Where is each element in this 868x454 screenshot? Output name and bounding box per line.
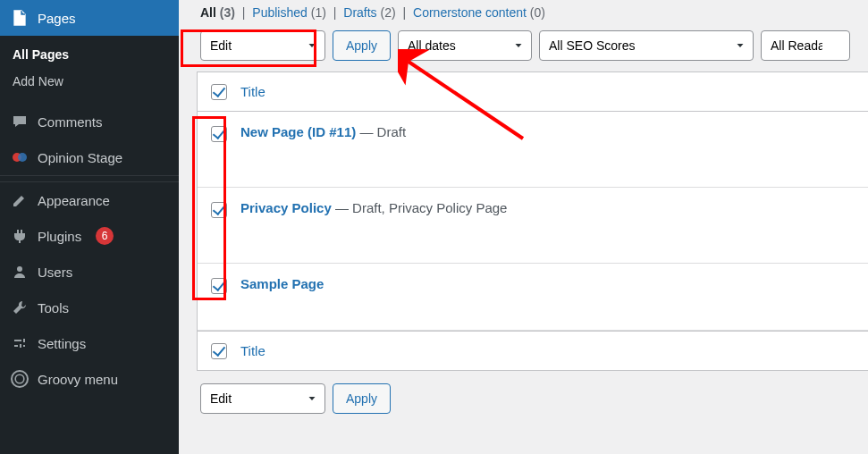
sidebar-label: Appearance (38, 193, 110, 208)
sidebar-subitem-add-new[interactable]: Add New (0, 68, 179, 95)
svg-point-1 (18, 153, 27, 162)
sidebar-item-pages[interactable]: Pages (0, 0, 179, 36)
tools-icon (11, 298, 29, 316)
sidebar-item-comments[interactable]: Comments (0, 104, 179, 139)
sidebar-item-appearance[interactable]: Appearance (0, 182, 179, 218)
settings-icon (11, 334, 29, 352)
date-filter-select[interactable]: All dates (398, 30, 532, 61)
filter-published[interactable]: Published (1) (252, 5, 326, 20)
sidebar-item-tools[interactable]: Tools (0, 290, 179, 325)
plugins-update-badge: 6 (96, 227, 114, 245)
sidebar-item-groovy-menu[interactable]: Groovy menu (0, 361, 179, 397)
sidebar-separator (0, 175, 179, 182)
tablenav-bottom: Edit Apply (197, 371, 868, 414)
column-title-sort-bottom[interactable]: Title (240, 343, 265, 358)
readability-select[interactable]: All Readal (761, 30, 850, 61)
svg-point-3 (15, 374, 24, 383)
page-icon (11, 9, 29, 27)
opinion-stage-icon (11, 148, 29, 166)
filter-cornerstone[interactable]: Cornerstone content (0) (413, 5, 545, 20)
select-all-checkbox-top[interactable] (211, 84, 227, 100)
table-row: New Page (ID #11) — Draft (198, 112, 868, 188)
row-checkbox[interactable] (211, 278, 227, 294)
table-footer: Title (198, 331, 868, 370)
svg-point-2 (17, 266, 22, 272)
sidebar-subitem-all-pages[interactable]: All Pages (0, 41, 179, 68)
row-title-link[interactable]: New Page (ID #11) (240, 124, 356, 139)
row-title-link[interactable]: Sample Page (240, 276, 324, 291)
table-row: Sample Page (198, 264, 868, 331)
filter-all[interactable]: All (3) (200, 5, 235, 20)
row-status: — Draft, Privacy Policy Page (332, 200, 508, 215)
bulk-action-select[interactable]: Edit (200, 30, 325, 61)
appearance-icon (11, 191, 29, 209)
tablenav-top: Edit Apply All dates All SEO Scores All … (197, 30, 868, 71)
sidebar-item-settings[interactable]: Settings (0, 325, 179, 361)
sidebar-label: Users (38, 265, 72, 280)
groovy-menu-icon (11, 370, 29, 388)
sidebar-item-users[interactable]: Users (0, 254, 179, 290)
column-title-sort[interactable]: Title (240, 84, 265, 99)
apply-button-top[interactable]: Apply (333, 30, 391, 61)
row-checkbox[interactable] (211, 126, 227, 142)
table-row: Privacy Policy — Draft, Privacy Policy P… (198, 188, 868, 264)
select-all-checkbox-bottom[interactable] (211, 343, 227, 359)
bulk-action-select-bottom[interactable]: Edit (200, 383, 325, 414)
row-checkbox[interactable] (211, 202, 227, 218)
row-title-link[interactable]: Privacy Policy (240, 200, 332, 215)
filter-drafts[interactable]: Drafts (2) (343, 5, 395, 20)
sidebar-label: Comments (38, 114, 103, 130)
sidebar-label: Pages (38, 11, 76, 26)
table-header: Title (198, 72, 868, 112)
pages-table: Title New Page (ID #11) — Draft Privacy … (197, 71, 868, 371)
seo-score-select[interactable]: All SEO Scores (539, 30, 754, 61)
users-icon (11, 263, 29, 281)
row-status: — Draft (356, 124, 406, 139)
sidebar-submenu-pages: All Pages Add New (0, 36, 179, 104)
sidebar-label: Opinion Stage (38, 150, 122, 165)
comments-icon (11, 113, 29, 130)
sidebar-item-opinion-stage[interactable]: Opinion Stage (0, 139, 179, 175)
main-content: All (3) | Published (1) | Drafts (2) | C… (179, 0, 868, 454)
sidebar-label: Groovy menu (38, 372, 118, 387)
sidebar-label: Tools (38, 300, 69, 315)
plugins-icon (11, 227, 29, 245)
admin-sidebar: Pages All Pages Add New Comments Opinion… (0, 0, 179, 454)
sidebar-label: Plugins (38, 229, 81, 244)
apply-button-bottom[interactable]: Apply (333, 383, 391, 414)
view-filter-links: All (3) | Published (1) | Drafts (2) | C… (197, 0, 868, 30)
sidebar-label: Settings (38, 336, 86, 351)
sidebar-item-plugins[interactable]: Plugins 6 (0, 218, 179, 254)
